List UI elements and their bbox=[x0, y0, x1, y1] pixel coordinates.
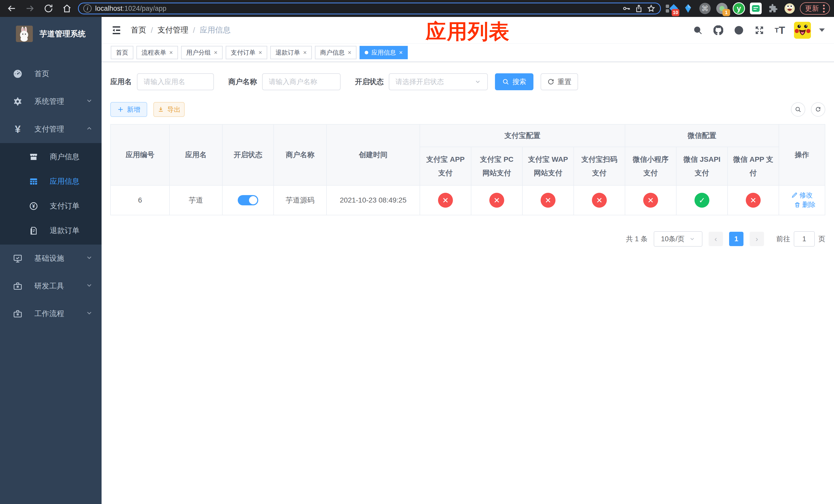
app-name-input[interactable] bbox=[137, 73, 214, 90]
search-button[interactable]: 搜索 bbox=[495, 73, 533, 90]
font-size-icon[interactable]: TT bbox=[773, 24, 786, 37]
sidebar-item-refund-order[interactable]: 退款订单 bbox=[0, 219, 102, 243]
browser-forward-icon[interactable] bbox=[23, 2, 38, 15]
chevron-down-icon bbox=[689, 236, 695, 242]
edit-pen-icon bbox=[791, 192, 798, 199]
yen-icon: ¥ bbox=[13, 124, 23, 134]
reset-button[interactable]: 重置 bbox=[541, 73, 578, 90]
edit-link[interactable]: 修改 bbox=[791, 191, 813, 200]
status-label: 开启状态 bbox=[355, 77, 384, 87]
tab-refund-order[interactable]: 退款订单× bbox=[270, 46, 312, 59]
close-icon[interactable]: × bbox=[348, 49, 351, 55]
sidebar-item-system[interactable]: 系统管理 bbox=[0, 88, 102, 115]
tab-process-form[interactable]: 流程表单× bbox=[136, 46, 178, 59]
store-icon bbox=[29, 152, 39, 162]
extensions-puzzle-icon[interactable] bbox=[766, 2, 780, 15]
help-icon[interactable]: ? bbox=[732, 24, 745, 37]
breadcrumb-current: 应用信息 bbox=[200, 25, 231, 36]
close-icon[interactable]: × bbox=[259, 49, 262, 55]
tab-pay-order[interactable]: 支付订单× bbox=[226, 46, 267, 59]
col-wx-app: 微信 APP 支付 bbox=[728, 147, 779, 185]
browser-menu-icon[interactable] bbox=[823, 5, 825, 13]
breadcrumb-payment[interactable]: 支付管理 bbox=[157, 25, 188, 36]
status-icon: ✕ bbox=[746, 193, 761, 208]
browser-reload-icon[interactable] bbox=[41, 2, 56, 15]
col-alipay-qr: 支付宝扫码支付 bbox=[574, 147, 625, 185]
close-icon[interactable]: × bbox=[214, 49, 218, 55]
tab-app-info[interactable]: 应用信息× bbox=[359, 46, 408, 59]
avatar-caret-icon[interactable] bbox=[819, 28, 825, 32]
sidebar-item-payment[interactable]: ¥ 支付管理 bbox=[0, 115, 102, 143]
merchant-name-input[interactable] bbox=[262, 73, 341, 90]
bookmark-star-icon[interactable] bbox=[647, 4, 656, 13]
cell-merchant: 芋道源码 bbox=[273, 185, 327, 215]
browser-home-icon[interactable] bbox=[60, 2, 74, 15]
tab-user-group[interactable]: 用户分组× bbox=[181, 46, 223, 59]
extension-y-icon[interactable]: y bbox=[732, 2, 746, 15]
extension-tasks-icon[interactable]: 10 bbox=[664, 2, 678, 15]
export-button[interactable]: 导出 bbox=[153, 102, 185, 117]
col-group-wechat: 微信配置 bbox=[625, 124, 779, 147]
chevron-down-icon bbox=[86, 97, 93, 106]
update-button[interactable]: 更新 bbox=[800, 2, 830, 15]
sidebar-item-home[interactable]: 首页 bbox=[0, 60, 102, 88]
add-button[interactable]: 新增 bbox=[110, 102, 147, 117]
sidebar-item-infra[interactable]: 基础设施 bbox=[0, 245, 102, 272]
delete-link[interactable]: 删除 bbox=[794, 200, 815, 209]
dashboard-icon bbox=[13, 69, 23, 79]
goto-page-input[interactable] bbox=[794, 231, 815, 247]
collapse-sidebar-icon[interactable] bbox=[111, 25, 122, 36]
search-icon bbox=[795, 106, 802, 113]
page-1-button[interactable]: 1 bbox=[729, 232, 744, 246]
chevron-down-icon bbox=[86, 310, 93, 318]
sidebar-item-devtools[interactable]: 研发工具 bbox=[0, 272, 102, 300]
header-search-icon[interactable] bbox=[692, 24, 704, 37]
toggle-search-button[interactable] bbox=[791, 102, 805, 117]
col-alipay-app: 支付宝 APP 支付 bbox=[420, 147, 471, 185]
extension-badge: 1 bbox=[722, 9, 730, 16]
refresh-icon bbox=[547, 78, 554, 85]
status-icon: ✕ bbox=[541, 193, 555, 208]
user-avatar[interactable] bbox=[794, 22, 811, 39]
page-annotation: 应用列表 bbox=[426, 18, 510, 46]
chevron-down-icon bbox=[86, 254, 93, 263]
site-info-icon[interactable]: i bbox=[83, 4, 91, 13]
browser-back-icon[interactable] bbox=[4, 2, 19, 15]
goto-suffix: 页 bbox=[818, 234, 825, 244]
app-logo[interactable]: 芋道管理系统 bbox=[0, 17, 102, 51]
col-status: 开启状态 bbox=[222, 124, 273, 185]
status-select[interactable]: 请选择开启状态 bbox=[389, 73, 488, 90]
url-bar[interactable]: i localhost:1024/pay/app bbox=[78, 3, 661, 14]
profile-emoji-icon[interactable] bbox=[783, 2, 796, 15]
share-icon[interactable] bbox=[635, 4, 643, 13]
page-size-select[interactable]: 10条/页 bbox=[654, 231, 702, 247]
sidebar-item-workflow[interactable]: 工作流程 bbox=[0, 300, 102, 328]
fullscreen-icon[interactable] bbox=[753, 24, 766, 37]
close-icon[interactable]: × bbox=[303, 49, 307, 55]
tab-home[interactable]: 首页 bbox=[111, 46, 133, 59]
tab-merchant-info[interactable]: 商户信息× bbox=[315, 46, 356, 59]
password-key-icon[interactable] bbox=[622, 4, 631, 13]
prev-page-button[interactable]: ‹ bbox=[708, 232, 723, 246]
refresh-table-button[interactable] bbox=[811, 102, 825, 117]
cell-created: 2021-10-23 08:49:25 bbox=[327, 185, 420, 215]
app-table: 应用编号 应用名 开启状态 商户名称 创建时间 支付宝配置 微信配置 操作 支付… bbox=[110, 124, 825, 215]
extension-chat-icon[interactable] bbox=[749, 2, 763, 15]
sidebar-menu: 首页 系统管理 ¥ 支付管理 商户信息 应用信息 bbox=[0, 60, 102, 328]
chevron-up-icon bbox=[86, 125, 93, 134]
breadcrumb-home[interactable]: 首页 bbox=[131, 25, 146, 36]
extension-pin-icon[interactable] bbox=[681, 2, 695, 15]
github-icon[interactable] bbox=[712, 24, 725, 37]
close-icon[interactable]: × bbox=[399, 49, 403, 55]
sidebar-item-app-info[interactable]: 应用信息 bbox=[0, 169, 102, 194]
extension-command-icon[interactable]: ⌘ bbox=[698, 2, 712, 15]
sidebar-item-pay-order[interactable]: ¥ 支付订单 bbox=[0, 194, 102, 219]
cell-app-name: 芋道 bbox=[170, 185, 222, 215]
extension-recorder-icon[interactable]: 1 bbox=[715, 2, 729, 15]
next-page-button[interactable]: › bbox=[750, 232, 764, 246]
status-icon: ✕ bbox=[592, 193, 607, 208]
trash-icon bbox=[794, 202, 801, 208]
sidebar-item-merchant-info[interactable]: 商户信息 bbox=[0, 144, 102, 169]
enabled-switch[interactable] bbox=[238, 195, 258, 205]
close-icon[interactable]: × bbox=[169, 49, 173, 55]
